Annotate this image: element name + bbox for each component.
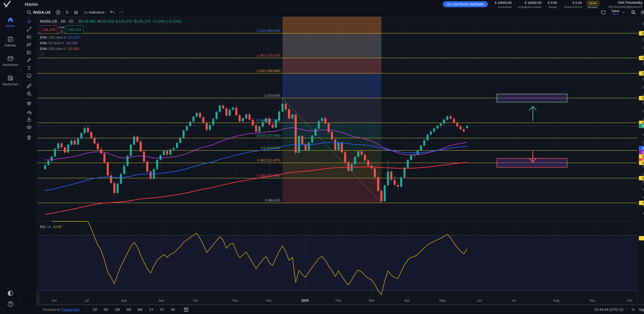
toolbar-separator — [81, 10, 82, 15]
price-axis[interactable]: 200.000190.000185.000180.000175.000170.0… — [638, 17, 644, 296]
app-sidebar: MärkteKalenderNachrichtenNachrichten — [0, 8, 21, 314]
ema-50-legend[interactable]: EMA 50 close 0 120.359 — [40, 41, 181, 45]
remove-all-tool[interactable] — [26, 135, 32, 141]
help-icon — [7, 300, 14, 307]
timeframe-all[interactable]: All — [170, 307, 176, 312]
toolbar-collapse-handle[interactable]: ‹ — [36, 293, 40, 306]
sidebar-item-nachrichten-3[interactable]: Nachrichten — [0, 75, 21, 86]
search-icon[interactable] — [26, 10, 32, 15]
hide-all-tool[interactable] — [26, 124, 32, 130]
fib-level-label: 1.618 (194.045) — [257, 29, 280, 33]
ema-200-legend[interactable]: EMA 200 close 0 118.991 — [40, 47, 181, 51]
object-tree-icon[interactable] — [600, 10, 606, 15]
toolbar-separator — [71, 10, 71, 15]
broker-logo[interactable] — [2, 1, 12, 8]
sidebar-item-label: Nachrichten — [0, 83, 21, 86]
lock-all-tool[interactable] — [26, 117, 32, 122]
redo-icon[interactable] — [118, 10, 124, 15]
indicators-button[interactable]: ƒx Indicators — [84, 10, 104, 15]
tradingview-link[interactable]: TradingView — [61, 308, 80, 311]
timeframe-1y[interactable]: 1Y — [148, 307, 155, 312]
fib-retracement-tool[interactable] — [26, 50, 32, 56]
zoom-in-tool[interactable] — [26, 91, 32, 97]
month-label: Oct — [627, 298, 632, 302]
month-label: Feb — [336, 298, 342, 302]
sidebar-item-märkte-0[interactable]: Märkte — [0, 16, 21, 28]
switch-to-live-button[interactable]: Zu Live-Konto wechseln — [443, 1, 488, 7]
legend-visibility-pill[interactable]: − — [68, 20, 74, 23]
horizontal-line-tool[interactable] — [26, 34, 32, 40]
month-label: Apr — [404, 298, 410, 302]
text-tool[interactable] — [26, 65, 32, 71]
timeframe-1d[interactable]: 1D — [91, 307, 98, 312]
timeframe-5y[interactable]: 5Y — [159, 307, 166, 312]
month-label: Jun — [52, 298, 57, 302]
price-tick-label: 175.000 — [638, 62, 644, 65]
month-label: Aug — [553, 298, 559, 302]
pane-divider[interactable] — [37, 304, 644, 305]
undo-icon[interactable] — [109, 10, 115, 15]
sidebar-item-nachrichten-2[interactable]: Nachrichten — [0, 55, 21, 67]
contrast-button[interactable] — [0, 290, 21, 297]
chart-legend: NVDA.US · 1D − O 133.990 H 135.620 L 133… — [40, 19, 181, 58]
fib-level-label: 0.618 (127.645) — [257, 134, 280, 138]
price-level-label: 178.375 — [639, 56, 644, 60]
quick-search-icon[interactable] — [630, 10, 636, 15]
timeframe-3m[interactable]: 3M — [125, 307, 132, 312]
xabcd-pattern-tool[interactable] — [26, 42, 32, 48]
sell-button[interactable]: 135.370 — [40, 26, 58, 34]
chart-type-icon[interactable] — [73, 10, 79, 15]
timeframe-6m[interactable]: 6M — [136, 307, 144, 312]
magnet-tool[interactable] — [26, 101, 32, 107]
interval-button[interactable]: D — [66, 10, 68, 15]
legend-collapse-button[interactable]: ^ — [40, 53, 45, 58]
price-level-label: 86.610 — [639, 201, 644, 205]
ruler-tool[interactable] — [26, 83, 32, 89]
price-tick-label: 140.000 — [638, 117, 644, 121]
toolbar-separator — [180, 307, 180, 312]
price-tick-label: 190.000 — [638, 38, 644, 42]
time-axis[interactable]: JunJulAugSepOctNovDec2025FebMarAprMayJun… — [37, 297, 638, 304]
gear-icon[interactable] — [640, 10, 644, 15]
emoji-tool[interactable] — [26, 73, 32, 79]
user-email: dirk.friczewsky@gmail.com — [608, 5, 642, 9]
candlestick-chart[interactable] — [37, 17, 638, 296]
chevron-down-icon[interactable] — [621, 10, 626, 15]
price-tick-label: 95.000 — [638, 188, 644, 192]
legend-symbol[interactable]: NVDA.US · 1D — [40, 19, 66, 24]
month-label: May — [439, 298, 446, 302]
help-button[interactable] — [0, 300, 21, 308]
toolbar-separator — [24, 133, 34, 133]
drawing-lock-tool[interactable] — [26, 109, 32, 115]
price-tick-label: 125.000 — [638, 141, 644, 144]
symbol-search-button[interactable]: NVDA.US — [33, 10, 50, 15]
log-scale-button[interactable]: log — [639, 307, 644, 312]
ema-100-legend[interactable]: EMA 100 close 0 121.225 — [40, 36, 181, 40]
sidebar-item-label: Märkte — [0, 24, 21, 28]
go-to-date-icon[interactable] — [183, 307, 189, 312]
brush-tool[interactable] — [26, 57, 32, 63]
toolbar-separator — [627, 307, 627, 312]
chart-area[interactable]: NVDA.US · 1D − O 133.990 H 135.620 L 133… — [37, 17, 638, 296]
rsi-legend[interactable]: RSI 14 67.87 — [40, 225, 62, 229]
rsi-tick-label: 50.00 — [638, 261, 644, 265]
sidebar-item-kalender-1[interactable]: Kalender — [0, 36, 21, 47]
timeframe-1m[interactable]: 1M — [114, 307, 121, 312]
demo-badge: DEMO — [587, 1, 599, 6]
user-info[interactable]: Dirk Friczewsky dirk.friczewsky@gmail.co… — [608, 1, 642, 9]
ohlc-high-label: H — [97, 19, 100, 24]
save-button[interactable]: Save Save — [611, 9, 620, 16]
crosshair-tool[interactable] — [26, 19, 32, 25]
month-label: Oct — [193, 298, 198, 302]
trend-line-tool[interactable] — [26, 26, 32, 32]
percent-scale-button[interactable]: % — [632, 307, 635, 312]
compare-add-icon[interactable] — [55, 10, 61, 15]
clock[interactable]: 22:43:43 (UTC+2) — [594, 307, 623, 312]
buy-button[interactable]: 135.410 — [66, 26, 84, 34]
price-tick-label: 100.000 — [638, 180, 644, 184]
month-label: Nov — [232, 298, 238, 302]
price-level-label: 102.280 — [639, 176, 644, 180]
ohlc-close-label: C — [134, 19, 137, 24]
timeframe-5d[interactable]: 5D — [102, 307, 110, 312]
stat-margin: € 0.00Margin — [544, 1, 557, 9]
